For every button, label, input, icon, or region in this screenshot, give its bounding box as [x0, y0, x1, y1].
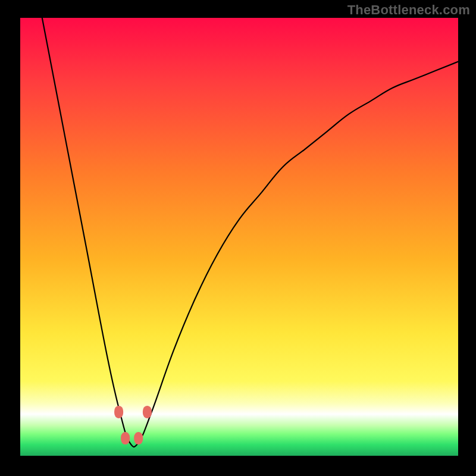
bottleneck-chart	[20, 18, 458, 456]
curve-marker	[114, 406, 123, 418]
watermark-text: TheBottleneck.com	[347, 2, 470, 18]
chart-frame: TheBottleneck.com	[0, 0, 476, 476]
curve-marker	[134, 432, 143, 444]
curve-marker	[121, 432, 130, 444]
curve-marker	[143, 406, 152, 418]
gradient-background	[20, 18, 458, 456]
plot-area	[20, 18, 458, 456]
